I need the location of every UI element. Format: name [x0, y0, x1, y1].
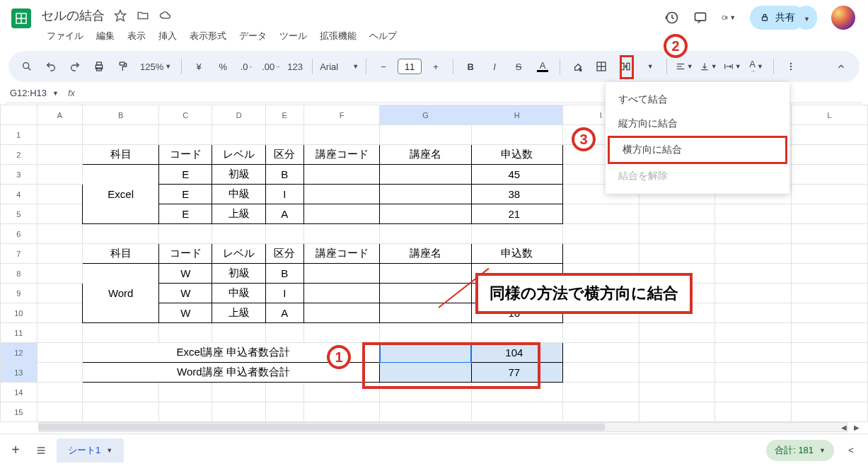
col-header[interactable]: C [159, 105, 212, 125]
cell[interactable] [303, 264, 380, 284]
horizontal-scrollbar[interactable] [38, 422, 848, 432]
cell[interactable] [380, 165, 471, 185]
cell[interactable]: I [265, 185, 303, 204]
col-header[interactable]: A [37, 105, 83, 125]
menu-edit[interactable]: 編集 [91, 27, 120, 45]
cell[interactable]: 講座名 [380, 244, 471, 264]
row-header[interactable]: 10 [1, 303, 37, 323]
cell[interactable]: Word [83, 264, 159, 323]
col-header[interactable]: H [471, 105, 562, 125]
row-header[interactable]: 6 [1, 224, 37, 244]
text-color-icon[interactable]: A [533, 57, 552, 76]
cell[interactable]: A [265, 204, 303, 224]
menu-data[interactable]: データ [233, 27, 272, 45]
cell[interactable]: 上級 [212, 204, 265, 224]
increase-decimal-icon[interactable]: .00→ [261, 57, 281, 76]
menu-format[interactable]: 表示形式 [184, 27, 232, 45]
cell[interactable]: 初級 [212, 264, 265, 284]
text-rotation-icon[interactable]: A→▼ [746, 57, 766, 76]
row-header[interactable]: 3 [1, 165, 37, 185]
move-folder-icon[interactable] [136, 8, 150, 23]
sheets-logo[interactable] [8, 6, 34, 31]
row-header[interactable]: 14 [1, 383, 37, 402]
row-header[interactable]: 4 [1, 185, 37, 204]
paint-format-icon[interactable] [113, 57, 133, 76]
cell[interactable]: 申込数 [471, 145, 562, 165]
comment-icon[interactable] [693, 11, 707, 25]
row-header[interactable]: 1 [1, 125, 37, 145]
more-formats-icon[interactable]: 123 [285, 57, 305, 76]
merge-cells-dropdown[interactable]: ▼ [640, 57, 659, 76]
cell[interactable] [303, 204, 380, 224]
zoom-select[interactable]: 125%▼ [137, 57, 174, 76]
row-header[interactable]: 8 [1, 264, 37, 284]
menu-view[interactable]: 表示 [122, 27, 151, 45]
cell[interactable]: I [265, 284, 303, 303]
cell[interactable]: 科目 [83, 244, 159, 264]
row-header[interactable]: 15 [1, 402, 37, 422]
borders-icon[interactable] [591, 57, 611, 76]
col-header[interactable]: D [212, 105, 265, 125]
cell[interactable]: B [265, 165, 303, 185]
cell[interactable] [380, 264, 471, 284]
row-header[interactable]: 9 [1, 284, 37, 303]
cell[interactable]: A [265, 303, 303, 323]
cell[interactable]: コード [159, 145, 212, 165]
bold-icon[interactable]: B [461, 57, 480, 76]
col-header[interactable]: G [380, 105, 471, 125]
quicksum-chip[interactable]: 合計: 181▼ [766, 440, 834, 461]
cell[interactable]: 講座コード [303, 145, 380, 165]
menu-file[interactable]: ファイル [41, 27, 89, 45]
fontsize-decrease-icon[interactable]: − [374, 57, 393, 76]
cell[interactable]: 38 [471, 185, 562, 204]
cell[interactable]: 21 [471, 204, 562, 224]
cell[interactable]: E [159, 165, 212, 185]
format-currency-icon[interactable]: ¥ [189, 57, 209, 76]
cell[interactable]: コード [159, 244, 212, 264]
cell[interactable] [380, 204, 471, 224]
scroll-left-icon[interactable]: ◀ [837, 422, 851, 432]
col-header[interactable]: B [83, 105, 159, 125]
text-wrap-icon[interactable]: ▼ [722, 57, 742, 76]
cell[interactable]: 区分 [265, 244, 303, 264]
cell[interactable]: W [159, 303, 212, 323]
fontsize-increase-icon[interactable]: + [426, 57, 446, 76]
all-sheets-icon[interactable] [31, 441, 51, 460]
format-percent-icon[interactable]: % [213, 57, 233, 76]
cell[interactable] [380, 303, 471, 323]
dropdown-item-merge-vertical[interactable]: 縦方向に結合 [606, 112, 789, 136]
row-header[interactable]: 12 [1, 343, 37, 363]
meet-icon[interactable]: ▼ [722, 11, 736, 25]
name-box[interactable]: G12:H13▼ [6, 88, 62, 98]
font-family-select[interactable]: Arial▼ [320, 57, 359, 76]
redo-icon[interactable] [65, 57, 85, 76]
cell[interactable] [303, 165, 380, 185]
cell[interactable]: B [265, 264, 303, 284]
cell[interactable]: レベル [212, 145, 265, 165]
cell[interactable]: Excel [83, 165, 159, 224]
print-icon[interactable] [89, 57, 109, 76]
cell[interactable]: 講座名 [380, 145, 471, 165]
cell[interactable]: 申込数 [471, 244, 562, 264]
search-menus-icon[interactable] [17, 57, 37, 76]
cell[interactable]: W [159, 264, 212, 284]
cell[interactable] [303, 303, 380, 323]
doc-title[interactable]: セルの結合 [41, 7, 105, 24]
strikethrough-icon[interactable]: S [509, 57, 528, 76]
col-header[interactable]: L [792, 105, 868, 125]
cell[interactable]: E [159, 204, 212, 224]
cell[interactable]: E [159, 185, 212, 204]
menu-extensions[interactable]: 拡張機能 [314, 27, 362, 45]
row-header[interactable]: 5 [1, 204, 37, 224]
fill-color-icon[interactable] [567, 57, 587, 76]
undo-icon[interactable] [41, 57, 61, 76]
cell[interactable] [303, 185, 380, 204]
fontsize-input[interactable]: 11 [398, 59, 422, 74]
col-header[interactable]: F [303, 105, 380, 125]
cell[interactable]: 上級 [212, 303, 265, 323]
collapse-toolbar-icon[interactable] [831, 57, 851, 76]
cell[interactable]: 区分 [265, 145, 303, 165]
share-dropdown-caret[interactable]: ▼ [795, 6, 817, 30]
explore-open-icon[interactable]: < [841, 441, 861, 460]
dropdown-item-merge-horizontal[interactable]: 横方向に結合 [608, 136, 787, 164]
